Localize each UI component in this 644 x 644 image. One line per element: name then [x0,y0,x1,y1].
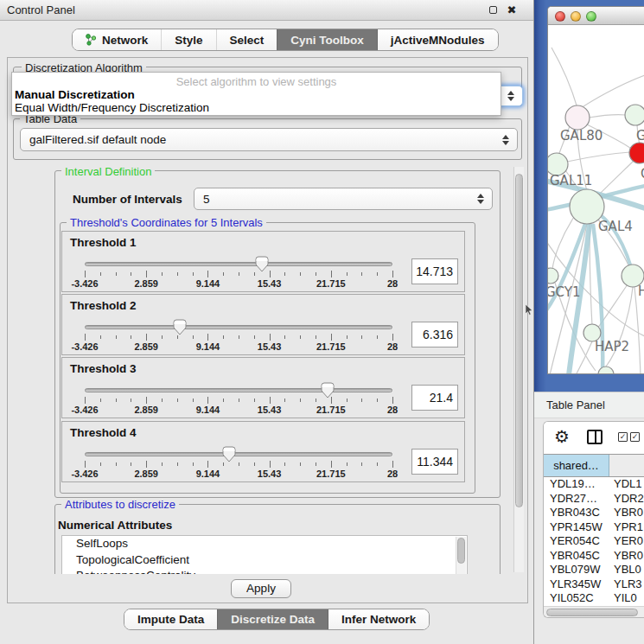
table-row[interactable]: YDL19…YDL1 [544,477,644,492]
network-edge[interactable] [589,115,626,118]
network-edge[interactable] [581,75,644,108]
cell-name[interactable]: YIL0 [609,591,644,606]
cell-shared-name[interactable]: YBL079W [544,563,609,577]
slider-thumb[interactable] [222,446,236,462]
network-node[interactable] [548,268,558,284]
threshold-3-slider[interactable]: -3.4262.8599.14415.4321.71528 [85,384,392,418]
settings-vertical-scrollbar[interactable] [513,167,524,572]
table-row[interactable]: YBR043CYBR0 [544,506,644,520]
network-edge[interactable] [576,341,592,374]
slider-tick [193,399,194,402]
cell-shared-name[interactable]: YPR145W [544,520,609,535]
gear-icon[interactable]: ⚙ [554,426,570,447]
cell-shared-name[interactable]: YDL19… [544,477,609,492]
cell-shared-name[interactable]: YIL052C [544,591,609,606]
tab-network[interactable]: Network [73,29,161,50]
table-row[interactable]: YPR145WYPR1 [544,520,644,535]
slider-tick [300,272,301,276]
network-edge[interactable] [552,48,577,108]
cell-name[interactable]: YLR3 [609,577,644,592]
table-row[interactable]: YLR345WYLR3 [544,577,644,592]
network-node[interactable] [598,367,614,374]
list-item[interactable]: BetweennessCentrality [62,568,467,574]
stepper-icon[interactable] [507,91,514,101]
network-edge[interactable] [567,152,630,162]
tab-cyni-toolbox[interactable]: Cyni Toolbox [277,29,377,50]
network-node[interactable] [625,105,644,125]
slider-tick [316,335,316,339]
cell-name[interactable]: YDL1 [609,477,644,492]
list-item[interactable]: SelfLoops [62,536,467,552]
close-icon[interactable]: ✖ [506,4,518,16]
float-window-icon[interactable] [487,4,499,16]
column-header-name[interactable]: name [609,455,644,476]
threshold-3-value-field[interactable]: 21.4 [411,385,458,411]
cell-shared-name[interactable]: YBR045C [544,549,609,564]
cell-shared-name[interactable]: YER054C [544,534,609,549]
cell-shared-name[interactable]: YBR043C [544,506,609,520]
threshold-4-slider[interactable]: -3.4262.8599.14415.4321.71528 [85,448,392,482]
network-node[interactable] [565,105,590,130]
slider-tick [131,399,131,402]
network-node[interactable] [629,143,644,163]
cell-name[interactable]: YBR0 [609,506,644,520]
tab-style[interactable]: Style [161,29,215,50]
slider-track[interactable] [85,262,392,266]
cell-shared-name[interactable]: YDR27… [544,492,609,507]
network-window-titlebar[interactable] [548,7,644,25]
stepper-icon[interactable] [476,194,484,204]
cell-name[interactable]: YPR1 [609,520,644,535]
zoom-traffic-light-icon[interactable] [586,11,596,22]
slider-track[interactable] [85,452,392,456]
cell-name[interactable]: YBL0 [609,563,644,577]
threshold-1-slider[interactable]: -3.4262.8599.14415.4321.71528 [85,258,392,292]
cell-name[interactable]: YDR2 [609,492,644,507]
slider-tick [162,272,163,276]
slider-thumb[interactable] [173,319,187,335]
close-traffic-light-icon[interactable] [555,11,565,22]
number-of-intervals-combo[interactable]: 5 [194,188,493,210]
cell-shared-name[interactable]: YLR345W [544,577,609,592]
apply-button[interactable]: Apply [231,579,291,598]
threshold-4-value-field[interactable]: 11.344 [411,449,458,475]
table-panel-titlebar: Table Panel [534,392,644,418]
slider-track[interactable] [85,388,392,392]
threshold-2-slider[interactable]: -3.4262.8599.14415.4321.71528 [85,321,392,355]
attributes-scrollbar[interactable] [456,537,466,574]
tab-discretize-data[interactable]: Discretize Data [217,609,328,629]
cell-name[interactable]: YER0 [609,534,644,549]
table-row[interactable]: YER054CYER0 [544,534,644,549]
column-header-shared[interactable]: shared… [544,455,609,476]
columns-icon[interactable] [587,430,603,444]
threshold-2-value-field[interactable]: 6.316 [411,322,458,348]
select-shown-checkbox-icon[interactable]: ✓ [630,432,640,442]
network-window[interactable]: GAL80GACGAL11GAL4GCY1HHAP2 [547,6,644,374]
table-horizontal-scrollbar[interactable] [544,606,644,617]
table-data-combo-value: galFiltered.sif default node [29,133,166,146]
cell-name[interactable]: YBR0 [609,549,644,564]
slider-track[interactable] [85,325,392,329]
stepper-icon[interactable] [501,135,509,145]
threshold-3-label: Threshold 3 [70,362,137,375]
tab-jactivemnodules[interactable]: jActiveMNodules [377,29,498,50]
network-canvas[interactable]: GAL80GACGAL11GAL4GCY1HHAP2 [548,25,644,374]
slider-tick [300,335,301,339]
popup-option-equal-width-frequency[interactable]: Equal Width/Frequency Discretization [15,101,209,114]
table-row[interactable]: YBL079WYBL0 [544,563,644,577]
tab-impute-data[interactable]: Impute Data [124,609,217,629]
tab-select[interactable]: Select [216,29,277,50]
slider-tick [146,271,147,277]
table-row[interactable]: YDR27…YDR2 [544,492,644,507]
table-row[interactable]: YBR045CYBR0 [544,549,644,564]
slider-thumb[interactable] [321,382,335,399]
list-item[interactable]: TopologicalCoefficient [62,552,467,569]
popup-option-manual-discretization[interactable]: Manual Discretization [15,88,135,101]
threshold-1-value-field[interactable]: 14.713 [411,258,458,284]
tab-infer-network[interactable]: Infer Network [328,609,429,629]
slider-thumb[interactable] [255,256,269,272]
select-all-checkbox-icon[interactable]: ✓ [618,432,628,442]
slider-tick [162,335,163,339]
table-row[interactable]: YIL052CYIL0 [544,591,644,606]
minimize-traffic-light-icon[interactable] [571,11,581,22]
table-data-combo[interactable]: galFiltered.sif default node [20,128,518,151]
